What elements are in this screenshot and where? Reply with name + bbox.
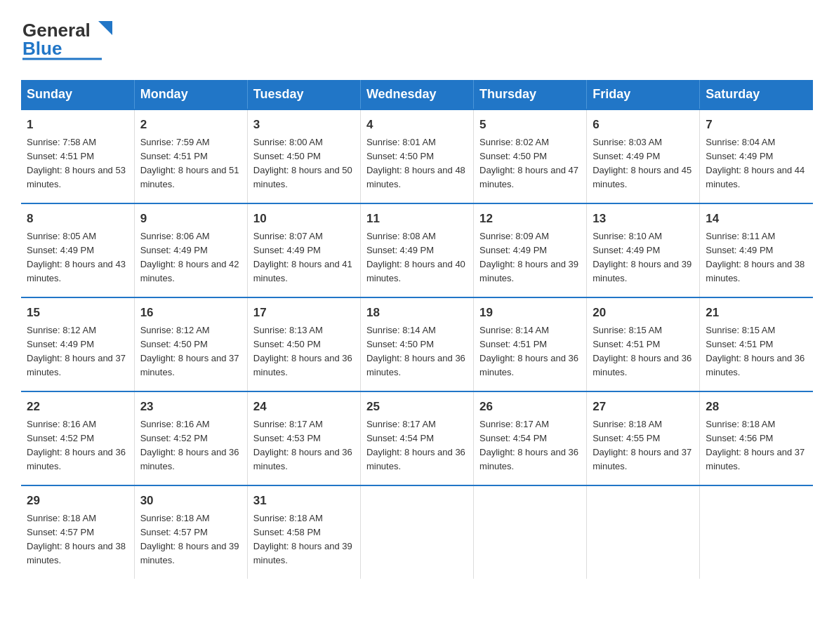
calendar-cell: 5Sunrise: 8:02 AMSunset: 4:50 PMDaylight… [474, 109, 587, 203]
day-number: 15 [27, 304, 128, 322]
calendar-cell: 19Sunrise: 8:14 AMSunset: 4:51 PMDayligh… [474, 297, 587, 391]
day-number: 5 [479, 116, 581, 134]
calendar-cell [474, 485, 587, 579]
day-info: Sunrise: 7:58 AMSunset: 4:51 PMDaylight:… [27, 135, 128, 192]
day-info: Sunrise: 7:59 AMSunset: 4:51 PMDaylight:… [140, 135, 241, 192]
day-info: Sunrise: 8:13 AMSunset: 4:50 PMDaylight:… [253, 323, 355, 380]
column-header-wednesday: Wednesday [360, 80, 473, 109]
day-number: 12 [479, 210, 581, 228]
calendar-cell: 6Sunrise: 8:03 AMSunset: 4:49 PMDaylight… [587, 109, 700, 203]
day-number: 19 [479, 304, 581, 322]
calendar-cell: 11Sunrise: 8:08 AMSunset: 4:49 PMDayligh… [360, 203, 473, 297]
day-number: 1 [27, 116, 128, 134]
day-number: 17 [253, 304, 355, 322]
calendar-cell: 30Sunrise: 8:18 AMSunset: 4:57 PMDayligh… [134, 485, 247, 579]
calendar-cell [587, 485, 700, 579]
day-number: 9 [140, 210, 241, 228]
day-info: Sunrise: 8:08 AMSunset: 4:49 PMDaylight:… [366, 229, 468, 286]
day-number: 14 [706, 210, 807, 228]
calendar-header-row: SundayMondayTuesdayWednesdayThursdayFrid… [21, 80, 813, 109]
day-number: 28 [706, 398, 807, 416]
day-number: 30 [140, 492, 241, 510]
day-info: Sunrise: 8:17 AMSunset: 4:53 PMDaylight:… [253, 417, 355, 474]
calendar-cell: 22Sunrise: 8:16 AMSunset: 4:52 PMDayligh… [21, 391, 134, 485]
calendar-cell: 8Sunrise: 8:05 AMSunset: 4:49 PMDaylight… [21, 203, 134, 297]
day-number: 25 [366, 398, 468, 416]
day-info: Sunrise: 8:12 AMSunset: 4:50 PMDaylight:… [140, 323, 241, 380]
day-info: Sunrise: 8:11 AMSunset: 4:49 PMDaylight:… [706, 229, 807, 286]
calendar-cell: 13Sunrise: 8:10 AMSunset: 4:49 PMDayligh… [587, 203, 700, 297]
calendar-cell: 9Sunrise: 8:06 AMSunset: 4:49 PMDaylight… [134, 203, 247, 297]
column-header-thursday: Thursday [474, 80, 587, 109]
column-header-sunday: Sunday [21, 80, 134, 109]
calendar-cell [700, 485, 813, 579]
day-number: 4 [366, 116, 468, 134]
day-info: Sunrise: 8:16 AMSunset: 4:52 PMDaylight:… [140, 417, 241, 474]
calendar-cell: 15Sunrise: 8:12 AMSunset: 4:49 PMDayligh… [21, 297, 134, 391]
day-number: 16 [140, 304, 241, 322]
day-info: Sunrise: 8:18 AMSunset: 4:58 PMDaylight:… [253, 511, 355, 568]
calendar-cell: 7Sunrise: 8:04 AMSunset: 4:49 PMDaylight… [700, 109, 813, 203]
calendar-week-row: 1Sunrise: 7:58 AMSunset: 4:51 PMDaylight… [21, 109, 813, 203]
svg-text:Blue: Blue [22, 38, 62, 59]
calendar-cell: 24Sunrise: 8:17 AMSunset: 4:53 PMDayligh… [247, 391, 360, 485]
calendar-week-row: 8Sunrise: 8:05 AMSunset: 4:49 PMDaylight… [21, 203, 813, 297]
day-info: Sunrise: 8:10 AMSunset: 4:49 PMDaylight:… [593, 229, 694, 286]
column-header-saturday: Saturday [700, 80, 813, 109]
column-header-friday: Friday [587, 80, 700, 109]
calendar-cell: 31Sunrise: 8:18 AMSunset: 4:58 PMDayligh… [247, 485, 360, 579]
day-number: 29 [27, 492, 128, 510]
day-info: Sunrise: 8:14 AMSunset: 4:51 PMDaylight:… [479, 323, 581, 380]
calendar-cell: 23Sunrise: 8:16 AMSunset: 4:52 PMDayligh… [134, 391, 247, 485]
day-number: 23 [140, 398, 241, 416]
day-info: Sunrise: 8:12 AMSunset: 4:49 PMDaylight:… [27, 323, 128, 380]
calendar-cell: 20Sunrise: 8:15 AMSunset: 4:51 PMDayligh… [587, 297, 700, 391]
calendar-cell: 16Sunrise: 8:12 AMSunset: 4:50 PMDayligh… [134, 297, 247, 391]
calendar-cell: 10Sunrise: 8:07 AMSunset: 4:49 PMDayligh… [247, 203, 360, 297]
day-info: Sunrise: 8:17 AMSunset: 4:54 PMDaylight:… [366, 417, 468, 474]
calendar-cell: 25Sunrise: 8:17 AMSunset: 4:54 PMDayligh… [360, 391, 473, 485]
day-info: Sunrise: 8:18 AMSunset: 4:55 PMDaylight:… [593, 417, 694, 474]
logo: General Blue [21, 14, 119, 66]
calendar-cell: 27Sunrise: 8:18 AMSunset: 4:55 PMDayligh… [587, 391, 700, 485]
calendar-cell: 28Sunrise: 8:18 AMSunset: 4:56 PMDayligh… [700, 391, 813, 485]
day-info: Sunrise: 8:09 AMSunset: 4:49 PMDaylight:… [479, 229, 581, 286]
day-number: 13 [593, 210, 694, 228]
day-info: Sunrise: 8:16 AMSunset: 4:52 PMDaylight:… [27, 417, 128, 474]
day-number: 31 [253, 492, 355, 510]
day-info: Sunrise: 8:18 AMSunset: 4:56 PMDaylight:… [706, 417, 807, 474]
day-info: Sunrise: 8:15 AMSunset: 4:51 PMDaylight:… [706, 323, 807, 380]
day-info: Sunrise: 8:04 AMSunset: 4:49 PMDaylight:… [706, 135, 807, 192]
day-info: Sunrise: 8:18 AMSunset: 4:57 PMDaylight:… [27, 511, 128, 568]
day-number: 11 [366, 210, 468, 228]
day-number: 21 [706, 304, 807, 322]
calendar-cell [360, 485, 473, 579]
svg-marker-1 [98, 21, 112, 35]
calendar-table: SundayMondayTuesdayWednesdayThursdayFrid… [21, 80, 813, 579]
day-number: 3 [253, 116, 355, 134]
calendar-cell: 2Sunrise: 7:59 AMSunset: 4:51 PMDaylight… [134, 109, 247, 203]
calendar-cell: 18Sunrise: 8:14 AMSunset: 4:50 PMDayligh… [360, 297, 473, 391]
day-number: 20 [593, 304, 694, 322]
day-number: 24 [253, 398, 355, 416]
day-info: Sunrise: 8:00 AMSunset: 4:50 PMDaylight:… [253, 135, 355, 192]
day-number: 2 [140, 116, 241, 134]
day-number: 18 [366, 304, 468, 322]
page-header: General Blue [21, 14, 813, 66]
calendar-cell: 17Sunrise: 8:13 AMSunset: 4:50 PMDayligh… [247, 297, 360, 391]
day-number: 8 [27, 210, 128, 228]
day-info: Sunrise: 8:18 AMSunset: 4:57 PMDaylight:… [140, 511, 241, 568]
column-header-monday: Monday [134, 80, 247, 109]
calendar-week-row: 22Sunrise: 8:16 AMSunset: 4:52 PMDayligh… [21, 391, 813, 485]
calendar-cell: 21Sunrise: 8:15 AMSunset: 4:51 PMDayligh… [700, 297, 813, 391]
day-info: Sunrise: 8:07 AMSunset: 4:49 PMDaylight:… [253, 229, 355, 286]
day-info: Sunrise: 8:15 AMSunset: 4:51 PMDaylight:… [593, 323, 694, 380]
calendar-cell: 14Sunrise: 8:11 AMSunset: 4:49 PMDayligh… [700, 203, 813, 297]
day-info: Sunrise: 8:14 AMSunset: 4:50 PMDaylight:… [366, 323, 468, 380]
day-info: Sunrise: 8:06 AMSunset: 4:49 PMDaylight:… [140, 229, 241, 286]
calendar-cell: 4Sunrise: 8:01 AMSunset: 4:50 PMDaylight… [360, 109, 473, 203]
day-number: 10 [253, 210, 355, 228]
day-info: Sunrise: 8:17 AMSunset: 4:54 PMDaylight:… [479, 417, 581, 474]
calendar-cell: 26Sunrise: 8:17 AMSunset: 4:54 PMDayligh… [474, 391, 587, 485]
column-header-tuesday: Tuesday [247, 80, 360, 109]
